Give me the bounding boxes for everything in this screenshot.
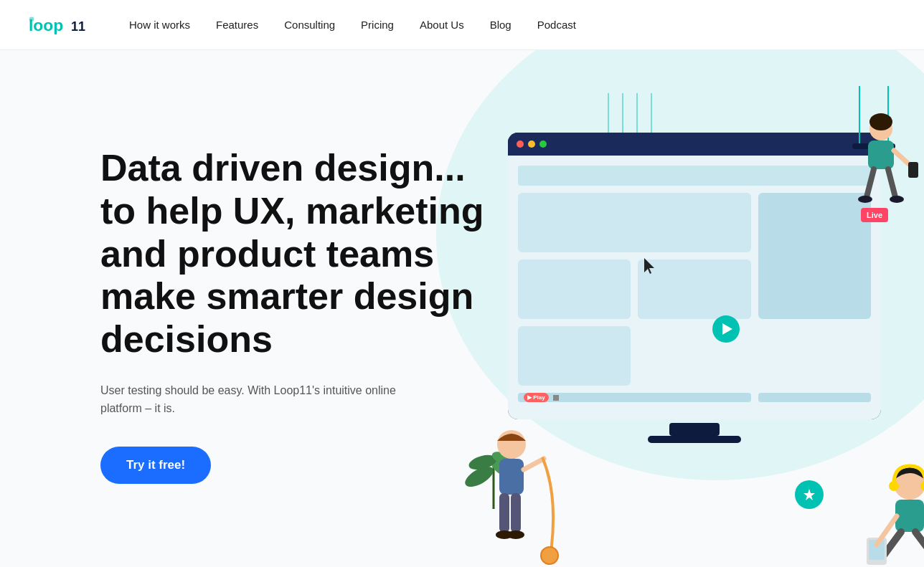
cursor-icon (644, 258, 659, 275)
svg-rect-27 (499, 459, 524, 495)
nav-how-it-works[interactable]: How it works (129, 19, 190, 31)
nav-about-us[interactable]: About Us (420, 19, 464, 31)
svg-rect-28 (499, 493, 509, 533)
hero-section: Data driven design... to help UX, market… (0, 50, 924, 566)
svg-line-32 (524, 459, 544, 470)
nav-podcast[interactable]: Podcast (537, 19, 576, 31)
dot-green (539, 140, 547, 148)
dot-control (553, 395, 559, 401)
svg-point-35 (889, 481, 899, 491)
svg-line-20 (867, 169, 874, 197)
monitor-card-3 (518, 326, 631, 386)
play-triangle-icon (722, 323, 732, 335)
cta-button[interactable]: Try it free! (100, 447, 211, 484)
svg-point-23 (890, 196, 904, 203)
svg-rect-19 (868, 140, 894, 169)
svg-rect-25 (908, 162, 918, 178)
nav-pricing[interactable]: Pricing (361, 19, 394, 31)
play-button-overlay (712, 315, 740, 343)
svg-line-21 (888, 169, 895, 197)
monitor-base (648, 436, 741, 443)
hero-illustration: ▶ Play Live (458, 93, 924, 566)
monitor-card-1 (518, 259, 631, 319)
svg-point-18 (869, 113, 892, 130)
play-badge: ▶ Play (524, 393, 549, 402)
person-swing-icon (816, 86, 924, 287)
svg-marker-7 (644, 258, 654, 274)
svg-point-31 (507, 530, 524, 539)
hero-subtitle: User testing should be easy. With Loop11… (100, 381, 402, 418)
teal-badge (795, 480, 824, 509)
star-icon (802, 487, 816, 502)
svg-text:11: 11 (71, 19, 85, 34)
svg-line-39 (915, 532, 924, 558)
svg-line-24 (894, 151, 910, 165)
svg-marker-8 (803, 489, 815, 500)
svg-rect-37 (895, 500, 924, 532)
person-sitting-icon (831, 452, 924, 566)
hero-content: Data driven design... to help UX, market… (100, 147, 502, 484)
monitor-bottom-right (758, 393, 871, 402)
nav-links: How it works Features Consulting Pricing… (129, 19, 576, 32)
monitor-bottom-bar: ▶ Play (518, 393, 751, 402)
monitor-stand (669, 423, 720, 436)
hero-title: Data driven design... to help UX, market… (100, 147, 502, 361)
svg-point-33 (541, 547, 558, 564)
navbar: loop 11 How it works Features Consulting… (0, 0, 924, 50)
dot-yellow (528, 140, 535, 148)
svg-point-2 (29, 16, 34, 22)
nav-blog[interactable]: Blog (490, 19, 512, 31)
deco-lines-icon (601, 93, 659, 136)
dot-red (517, 140, 524, 148)
nav-consulting[interactable]: Consulting (284, 19, 335, 31)
svg-point-22 (858, 196, 872, 203)
logo[interactable]: loop 11 (29, 12, 93, 38)
monitor-card-wide (518, 193, 751, 252)
nav-features[interactable]: Features (216, 19, 258, 31)
svg-rect-29 (511, 493, 521, 533)
